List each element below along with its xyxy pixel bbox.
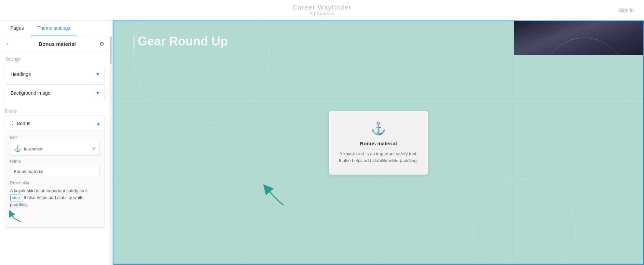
brand: Career Wayfinder All Courses <box>292 4 351 16</box>
sidebar-scroll-area: ← Bonus material ⚙ Settings Headings ▾ <box>0 36 112 265</box>
site-title: Career Wayfinder <box>292 4 351 11</box>
blocks-label: Blocks <box>5 105 105 116</box>
icon-field-value: fa-anchor <box>24 146 89 151</box>
card-anchor-icon: ⚓ <box>371 121 386 135</box>
background-accordion-header[interactable]: Background image ▾ <box>5 85 105 101</box>
tab-pages[interactable]: Pages <box>3 21 31 36</box>
card-title: Bonus material <box>360 140 397 146</box>
icon-field-label: Icon <box>10 135 100 140</box>
headings-chevron-icon: ▾ <box>96 71 99 77</box>
headings-accordion-header[interactable]: Headings ▾ <box>5 66 105 82</box>
preview-arrow-icon <box>260 183 287 210</box>
section-title-bar: Gear Round Up <box>133 34 228 49</box>
sidebar-content: ← Bonus material ⚙ Settings Headings ▾ <box>0 36 110 265</box>
anchor-icon: ⚓ <box>14 145 21 153</box>
name-field-label: Name <box>10 159 100 164</box>
blocks-section: Blocks ⠿ Bonus ▴ Icon <box>0 103 110 230</box>
background-chevron-icon: ▾ <box>96 90 99 96</box>
settings-gear-icon[interactable]: ⚙ <box>99 41 104 47</box>
main-layout: Pages Theme settings ← Bonus material ⚙ … <box>0 21 644 265</box>
back-button[interactable]: ← <box>5 40 12 48</box>
site-subtitle: All Courses <box>310 11 334 16</box>
sidebar: Pages Theme settings ← Bonus material ⚙ … <box>0 21 113 265</box>
arrow-icon <box>7 210 24 223</box>
description-text-1: A kayak skirt is an important safety too… <box>10 188 88 193</box>
block-name-label: Bonus <box>17 121 97 126</box>
top-nav: Career Wayfinder All Courses Sign In <box>0 0 644 21</box>
section-title: Gear Round Up <box>138 34 228 49</box>
sidebar-tabs: Pages Theme settings <box>0 21 112 36</box>
bonus-block-header[interactable]: ⠿ Bonus ▴ <box>5 116 105 131</box>
card-description: A kayak skirt is an important safety too… <box>339 150 418 164</box>
sidebar-page-title: Bonus material <box>15 41 99 47</box>
description-field-value[interactable]: A kayak skirt is an important safety too… <box>10 187 100 208</box>
headings-label: Headings <box>11 71 31 77</box>
description-field-label: Description <box>10 181 100 185</box>
card-description-1: A kayak skirt is an important safety too… <box>339 151 417 156</box>
tab-theme-settings[interactable]: Theme settings <box>31 21 77 36</box>
sidebar-header: ← Bonus material ⚙ <box>0 36 110 52</box>
block-fields: Icon ⚓ fa-anchor ✕ Name Bonus material D… <box>5 131 105 227</box>
background-accordion: Background image ▾ <box>5 84 105 101</box>
br-tag-arrow-annotation <box>10 210 100 223</box>
name-field-value[interactable]: Bonus material <box>10 166 100 177</box>
br-tag: <br> <box>10 195 22 202</box>
background-label: Background image <box>11 90 51 96</box>
signin-button[interactable]: Sign In <box>619 8 634 13</box>
deco-circle-2 <box>473 180 576 265</box>
card-description-2: It also helps add stability while paddli… <box>339 158 418 163</box>
headings-accordion: Headings ▾ <box>5 66 105 82</box>
icon-field[interactable]: ⚓ fa-anchor ✕ <box>10 142 100 156</box>
content-area: Gear Round Up ⚓ Bonus material A kayak s… <box>113 21 644 265</box>
sidebar-scrollbar[interactable] <box>110 36 112 265</box>
clear-icon-button[interactable]: ✕ <box>92 146 96 152</box>
deco-circle-3 <box>542 38 627 123</box>
drag-handle-icon[interactable]: ⠿ <box>10 121 13 126</box>
bonus-block: ⠿ Bonus ▴ Icon ⚓ fa-anchor ✕ <box>5 116 105 228</box>
settings-label: Settings <box>0 52 110 64</box>
bonus-card: ⚓ Bonus material A kayak skirt is an imp… <box>329 111 428 175</box>
title-divider <box>133 35 134 48</box>
preview-area: Gear Round Up ⚓ Bonus material A kayak s… <box>113 21 644 265</box>
sidebar-scrollbar-thumb <box>110 37 112 64</box>
block-chevron-up-icon: ▴ <box>97 120 100 127</box>
